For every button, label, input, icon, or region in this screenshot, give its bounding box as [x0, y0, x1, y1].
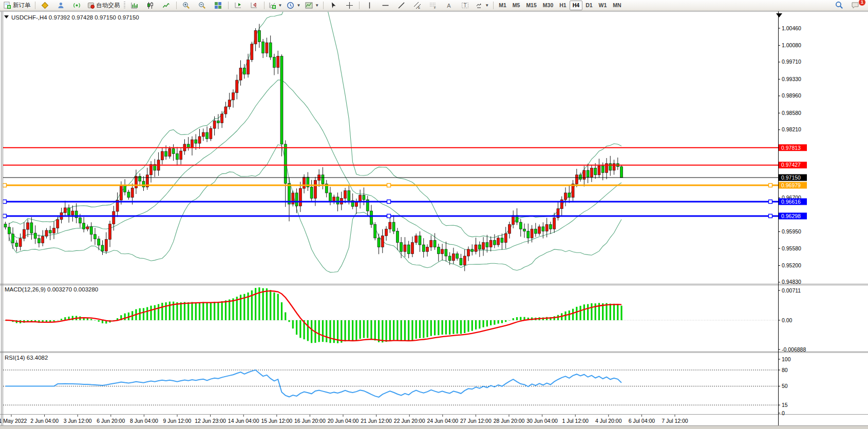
svg-text:0.99330: 0.99330: [782, 76, 801, 82]
bar-chart-mode-button[interactable]: [127, 0, 142, 11]
toolbar-grip: [124, 2, 125, 9]
line-handle[interactable]: [3, 214, 7, 218]
line-handle[interactable]: [3, 184, 7, 187]
separator: [359, 2, 360, 9]
arrows-icon: [475, 2, 483, 9]
line-handle[interactable]: [3, 200, 7, 203]
chart-shift-button[interactable]: [247, 0, 262, 11]
svg-text:0.94830: 0.94830: [782, 279, 801, 285]
line-handle[interactable]: [387, 214, 391, 218]
line-chart-mode-icon: [162, 2, 170, 9]
gold-cube-icon: [41, 2, 49, 9]
fibonacci-icon: F: [429, 2, 437, 9]
svg-text:1 Jul 12:00: 1 Jul 12:00: [562, 418, 589, 424]
line-handle[interactable]: [769, 214, 772, 218]
svg-text:22 Jun 20:00: 22 Jun 20:00: [394, 418, 425, 424]
separator: [228, 2, 229, 9]
zoom-out-button[interactable]: [195, 0, 210, 11]
templates-button[interactable]: ▼: [303, 0, 321, 11]
bar-chart-mode-icon: [130, 2, 138, 9]
channel-button[interactable]: E: [409, 0, 425, 11]
indicators-button[interactable]: ▼: [267, 0, 285, 11]
svg-text:27 Jun 12:00: 27 Jun 12:00: [460, 418, 492, 424]
cursor-button[interactable]: [326, 0, 341, 11]
search-button[interactable]: [832, 0, 847, 11]
timeframe-w1-button[interactable]: W1: [596, 1, 610, 10]
svg-text:4 Jul 20:00: 4 Jul 20:00: [595, 418, 622, 424]
zoom-in-button[interactable]: [179, 0, 194, 11]
svg-text:3 Jun 12:00: 3 Jun 12:00: [64, 418, 92, 424]
autotrade-icon: [87, 2, 95, 9]
timeframe-m15-button[interactable]: M15: [523, 1, 539, 10]
crosshair-icon: [346, 2, 353, 9]
svg-text:0.96298: 0.96298: [781, 213, 801, 219]
cursor-icon: [330, 2, 337, 9]
text-button[interactable]: A: [441, 0, 457, 11]
svg-text:100: 100: [782, 356, 791, 362]
svg-text:-0.006888: -0.006888: [782, 346, 806, 353]
svg-text:0.97150: 0.97150: [781, 174, 801, 181]
svg-text:0: 0: [782, 410, 785, 416]
svg-text:0.95580: 0.95580: [782, 245, 801, 251]
auto-scroll-button[interactable]: [231, 0, 246, 11]
svg-text:0.96979: 0.96979: [781, 182, 801, 188]
quotes-button[interactable]: [37, 0, 53, 11]
horizontal-line-button[interactable]: [378, 0, 393, 11]
svg-text:6 Jun 20:00: 6 Jun 20:00: [97, 418, 125, 424]
new-order-label: 新订单: [13, 2, 31, 9]
channel-icon: E: [413, 2, 421, 9]
trendline-button[interactable]: [393, 0, 409, 11]
text-label-button[interactable]: T: [457, 0, 473, 11]
periods-button[interactable]: ▼: [285, 0, 303, 11]
timeframe-h4-button[interactable]: H4: [570, 1, 582, 10]
line-chart-mode-button[interactable]: [159, 0, 174, 11]
svg-text:24 Jun 04:00: 24 Jun 04:00: [427, 418, 458, 424]
svg-text:15: 15: [782, 402, 788, 408]
svg-text:8 Jun 04:00: 8 Jun 04:00: [130, 418, 158, 424]
autotrade-button[interactable]: 自动交易: [85, 0, 122, 11]
svg-text:20 Jun 04:00: 20 Jun 04:00: [328, 418, 359, 424]
profile-button[interactable]: [53, 0, 69, 11]
crosshair-button[interactable]: [342, 0, 357, 11]
price-tag-0.96616: 0.96616: [779, 198, 807, 205]
new-order-icon: [4, 2, 11, 9]
line-handle[interactable]: [769, 200, 772, 203]
svg-text:1.00460: 1.00460: [782, 25, 801, 31]
svg-text:1.00080: 1.00080: [782, 42, 801, 48]
chart-area[interactable]: 1.004601.000800.997100.993300.989600.985…: [0, 0, 868, 429]
tile-windows-button[interactable]: [211, 0, 226, 11]
timeframe-h1-button[interactable]: H1: [556, 1, 569, 10]
svg-text:21 Jun 12:00: 21 Jun 12:00: [361, 418, 392, 424]
timeframe-m30-button[interactable]: M30: [540, 1, 556, 10]
timeframe-d1-button[interactable]: D1: [582, 1, 595, 10]
svg-text:16 Jun 20:00: 16 Jun 20:00: [294, 418, 326, 424]
timeframe-mn-button[interactable]: MN: [610, 1, 624, 10]
line-handle[interactable]: [387, 184, 391, 187]
autotrade-label: 自动交易: [97, 2, 120, 9]
svg-text:6 Jul 04:00: 6 Jul 04:00: [629, 418, 655, 424]
vertical-line-button[interactable]: [362, 0, 377, 11]
line-handle[interactable]: [387, 200, 391, 203]
text-icon: A: [445, 2, 453, 9]
svg-text:7 Jul 12:00: 7 Jul 12:00: [662, 418, 688, 424]
svg-text:31 May 2022: 31 May 2022: [0, 418, 27, 424]
rsi-label: RSI(14) 63.4082: [5, 355, 48, 361]
price-tag-0.96979: 0.96979: [779, 182, 807, 189]
trendline-icon: [398, 2, 405, 9]
candlestick-mode-button[interactable]: [143, 0, 158, 11]
svg-text:A: A: [447, 2, 451, 8]
new-order-button[interactable]: 新订单: [2, 0, 33, 11]
dropdown-arrow-icon: ▼: [296, 3, 300, 8]
fibonacci-button[interactable]: F: [425, 0, 441, 11]
clock-icon: [287, 2, 294, 9]
timeframe-m1-button[interactable]: M1: [496, 1, 510, 10]
svg-text:2 Jun 04:00: 2 Jun 04:00: [30, 418, 59, 424]
svg-text:0.99710: 0.99710: [782, 59, 801, 65]
signal-button[interactable]: [69, 0, 85, 11]
arrows-button[interactable]: ▼: [473, 0, 491, 11]
chat-button[interactable]: 1: [847, 0, 863, 11]
timeframe-m5-button[interactable]: M5: [510, 1, 523, 10]
text-label-icon: T: [461, 2, 469, 9]
separator: [323, 2, 324, 9]
line-handle[interactable]: [769, 184, 772, 187]
